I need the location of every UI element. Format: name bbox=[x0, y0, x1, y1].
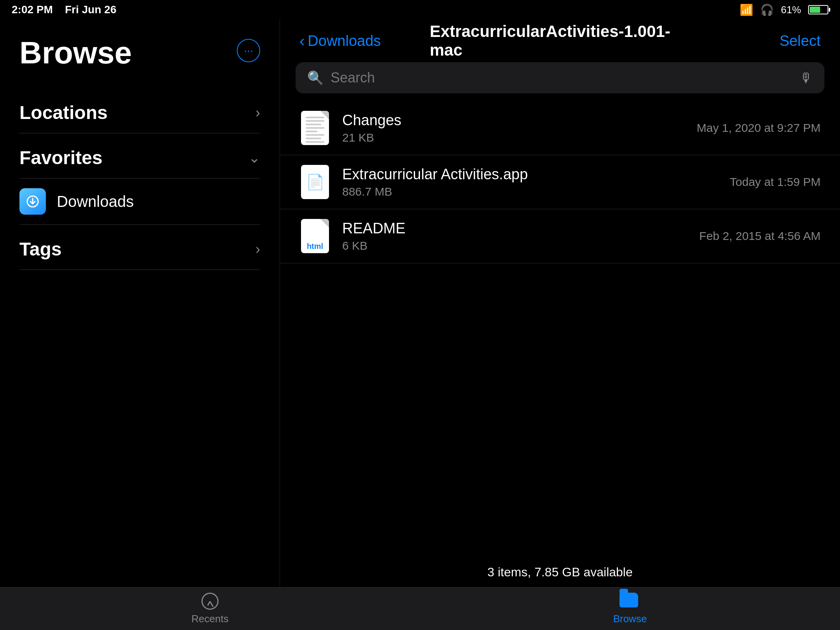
items-count: 3 items, 7.85 GB available bbox=[487, 565, 633, 579]
html-badge: html bbox=[307, 242, 323, 251]
file-name-changes: Changes bbox=[342, 112, 685, 129]
headphones-icon: 🎧 bbox=[760, 4, 774, 16]
sidebar-item-downloads[interactable]: Downloads bbox=[19, 180, 260, 222]
file-size-changes: 21 KB bbox=[342, 131, 685, 144]
tags-label: Tags bbox=[19, 238, 61, 260]
file-name-app: Extracurricular Activities.app bbox=[342, 166, 718, 183]
divider-4 bbox=[19, 270, 260, 270]
file-date-app: Today at 1:59 PM bbox=[730, 175, 821, 189]
tags-chevron-icon: › bbox=[256, 241, 260, 257]
favorites-section[interactable]: Favorites ⌄ bbox=[19, 139, 260, 176]
file-item-app[interactable]: 📄 Extracurricular Activities.app 886.7 M… bbox=[280, 155, 840, 209]
right-panel: ‹ Downloads ExtracurricularActivities-1.… bbox=[280, 19, 840, 587]
file-info-app: Extracurricular Activities.app 886.7 MB bbox=[342, 166, 718, 198]
navigation-bar: ‹ Downloads ExtracurricularActivities-1.… bbox=[280, 19, 840, 62]
more-icon: ··· bbox=[244, 44, 253, 57]
file-icon-changes bbox=[299, 110, 331, 145]
file-list: Changes 21 KB May 1, 2020 at 9:27 PM 📄 E… bbox=[280, 101, 840, 557]
file-date-readme: Feb 2, 2015 at 4:56 AM bbox=[699, 229, 821, 243]
recents-clock-icon bbox=[201, 593, 219, 610]
divider-3 bbox=[19, 224, 260, 225]
divider-2 bbox=[19, 178, 260, 178]
browse-folder-icon bbox=[620, 593, 640, 610]
search-input[interactable] bbox=[331, 70, 793, 86]
file-icon-app: 📄 bbox=[299, 164, 331, 200]
divider-1 bbox=[19, 133, 260, 133]
favorites-label: Favorites bbox=[19, 147, 102, 168]
select-button[interactable]: Select bbox=[779, 33, 821, 49]
browse-title: Browse bbox=[19, 35, 132, 71]
back-label: Downloads bbox=[308, 33, 381, 49]
locations-section[interactable]: Locations › bbox=[19, 94, 260, 131]
tab-recents[interactable]: Recents bbox=[0, 593, 420, 625]
battery-percent: 61% bbox=[781, 4, 801, 16]
file-info-readme: README 6 KB bbox=[342, 220, 688, 252]
favorites-chevron-icon: ⌄ bbox=[248, 150, 260, 166]
recents-label: Recents bbox=[191, 613, 228, 625]
sidebar: Browse ··· Locations › Favorites ⌄ bbox=[0, 19, 280, 587]
file-date-changes: May 1, 2020 at 9:27 PM bbox=[696, 121, 821, 135]
more-button[interactable]: ··· bbox=[237, 39, 260, 62]
file-icon-readme: html bbox=[299, 219, 331, 254]
status-bar: 2:02 PM Fri Jun 26 📶 🎧 61% bbox=[0, 0, 840, 19]
back-chevron-icon: ‹ bbox=[299, 32, 304, 50]
file-name-readme: README bbox=[342, 220, 688, 237]
file-item-changes[interactable]: Changes 21 KB May 1, 2020 at 9:27 PM bbox=[280, 101, 840, 155]
file-size-readme: 6 KB bbox=[342, 239, 688, 252]
file-info-changes: Changes 21 KB bbox=[342, 112, 685, 144]
search-container: 🔍 🎙 bbox=[280, 62, 840, 101]
microphone-icon[interactable]: 🎙 bbox=[800, 70, 813, 86]
tab-browse[interactable]: Browse bbox=[420, 593, 840, 625]
file-item-readme[interactable]: html README 6 KB Feb 2, 2015 at 4:56 AM bbox=[280, 209, 840, 263]
locations-chevron-icon: › bbox=[256, 105, 260, 121]
folder-title: ExtracurricularActivities-1.001-mac bbox=[430, 22, 690, 60]
downloads-folder-icon bbox=[19, 188, 46, 215]
wifi-icon: 📶 bbox=[740, 4, 753, 16]
browse-label: Browse bbox=[613, 613, 647, 625]
battery-indicator bbox=[808, 5, 828, 14]
back-button[interactable]: ‹ Downloads bbox=[299, 32, 381, 50]
tags-section[interactable]: Tags › bbox=[19, 231, 260, 268]
tab-bar: Recents Browse bbox=[0, 587, 840, 630]
date-display: Fri Jun 26 bbox=[65, 4, 116, 16]
locations-label: Locations bbox=[19, 102, 108, 123]
folder-summary: 3 items, 7.85 GB available bbox=[280, 557, 840, 587]
search-bar[interactable]: 🔍 🎙 bbox=[296, 62, 824, 93]
file-size-app: 886.7 MB bbox=[342, 185, 718, 198]
downloads-label: Downloads bbox=[57, 193, 134, 210]
time-display: 2:02 PM bbox=[12, 4, 53, 16]
search-icon: 🔍 bbox=[307, 70, 324, 86]
